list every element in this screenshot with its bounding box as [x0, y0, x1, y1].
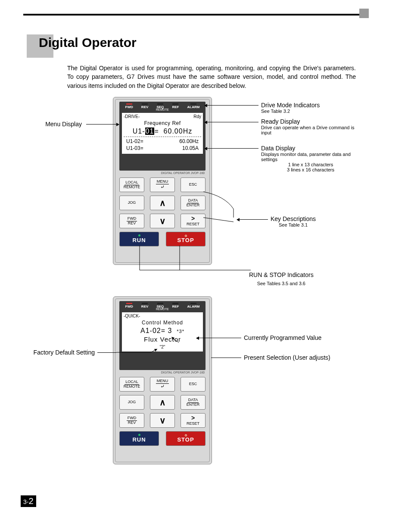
callout-menu-display: Menu Display — [17, 121, 82, 128]
local-remote-button[interactable]: LOCALREMOTE — [119, 377, 144, 392]
intro-text: The Digital Operator is used for program… — [67, 64, 356, 90]
fwd-rev-button[interactable]: FWDREV — [119, 413, 144, 428]
page-title: Digital Operator — [39, 35, 137, 50]
callout-run-stop: RUN & STOP Indicators See Tables 3.5 and… — [249, 271, 314, 286]
lcd-screen: -DRIVE-Rdy Frequency Ref U1-01= 60.00Hz … — [122, 113, 203, 154]
down-button[interactable]: ∨ — [150, 413, 175, 428]
reset-button[interactable]: >RESET — [181, 413, 206, 428]
alarm-indicator: ALARM — [187, 105, 200, 109]
stop-button[interactable]: STOP — [166, 232, 206, 246]
callout-current-prog: Currently Programmed Value — [244, 334, 321, 341]
run-button[interactable]: RUN — [119, 431, 159, 446]
down-button[interactable]: ∨ — [150, 214, 175, 228]
callout-factory-default: Factory Default Setting — [26, 349, 95, 356]
operator-model-label: DIGITAL OPERATOR JVOP-160 — [161, 171, 205, 174]
lcd-area: FWD REV SEQ REF ALARM REMOTE -DRIVE-Rdy … — [119, 102, 206, 171]
local-remote-button[interactable]: LOCALREMOTE — [119, 177, 144, 192]
callout-present-sel: Present Selection (User adjusts) — [244, 354, 330, 361]
fwd-indicator: FWD — [125, 105, 133, 109]
menu-button[interactable]: MENU⤶ — [150, 377, 175, 392]
up-button[interactable]: ∧ — [150, 196, 175, 210]
callout-data-display: Data Display Displays monitor data, para… — [261, 145, 360, 172]
data-enter-button[interactable]: DATAENTER — [181, 196, 206, 210]
page-number: 3-2 — [21, 495, 36, 507]
stop-button[interactable]: STOP — [166, 431, 206, 446]
jog-button[interactable]: JOG — [119, 196, 144, 210]
operator-panel-1: FWD REV SEQ REF ALARM REMOTE -DRIVE-Rdy … — [113, 97, 212, 265]
menu-button[interactable]: MENU⤶ — [150, 177, 175, 192]
esc-button[interactable]: ESC — [181, 177, 206, 192]
callout-key-desc: Key Descriptions See Table 3.1 — [271, 215, 316, 227]
esc-button[interactable]: ESC — [181, 377, 206, 392]
callout-drive-mode: Drive Mode Indicators See Table 3.2 — [261, 102, 320, 114]
fwd-rev-button[interactable]: FWDREV — [119, 214, 144, 228]
keypad: LOCALREMOTE MENU⤶ ESC JOG ∧ DATAENTER FW… — [119, 177, 206, 250]
ref-indicator: REF — [172, 105, 179, 109]
rev-indicator: REV — [141, 105, 148, 109]
reset-button[interactable]: >RESET — [181, 214, 206, 228]
operator-panel-2: FWD REV SEQ REF ALARM REMOTE -QUICK- Con… — [113, 296, 212, 464]
up-button[interactable]: ∧ — [150, 395, 175, 410]
jog-button[interactable]: JOG — [119, 395, 144, 410]
data-enter-button[interactable]: DATAENTER — [181, 395, 206, 410]
run-button[interactable]: RUN — [119, 232, 159, 246]
callout-ready: Ready Display Drive can operate when a D… — [261, 118, 360, 135]
